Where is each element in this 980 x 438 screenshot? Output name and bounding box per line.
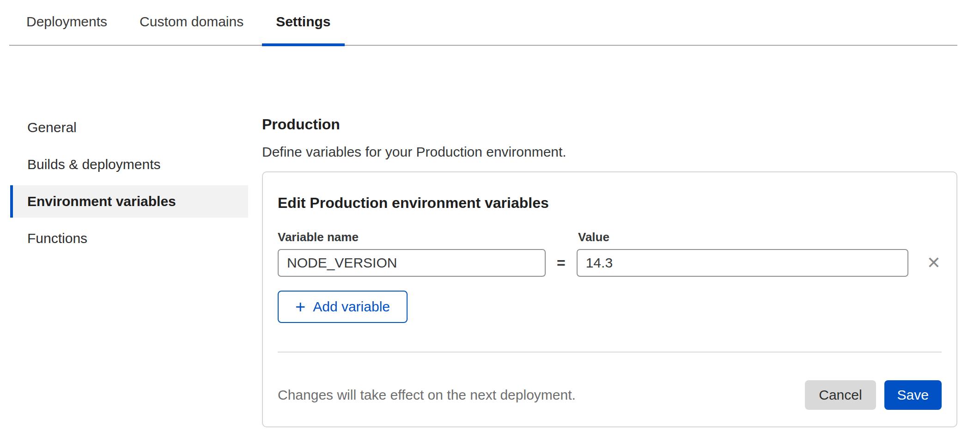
variable-name-input[interactable]	[278, 249, 546, 277]
card-title: Edit Production environment variables	[278, 193, 942, 213]
sidebar-item-builds-deployments[interactable]: Builds & deployments	[10, 148, 248, 181]
environment-variables-card: Edit Production environment variables Va…	[262, 171, 957, 427]
plus-icon: +	[295, 298, 305, 316]
main-content: Production Define variables for your Pro…	[248, 111, 980, 427]
variable-value-input[interactable]	[577, 249, 908, 277]
section-title: Production	[262, 114, 957, 134]
add-variable-button[interactable]: + Add variable	[278, 291, 408, 323]
close-icon: ✕	[927, 253, 941, 272]
equals-sign: =	[557, 255, 566, 272]
field-labels-row: Variable name Value	[278, 230, 942, 244]
tab-deployments[interactable]: Deployments	[12, 0, 121, 45]
footer-actions: Cancel Save	[805, 380, 942, 410]
cancel-button[interactable]: Cancel	[805, 380, 876, 410]
remove-variable-button[interactable]: ✕	[927, 255, 941, 271]
footer-note: Changes will take effect on the next dep…	[278, 387, 576, 403]
variable-name-label: Variable name	[278, 230, 578, 244]
sidebar-item-general[interactable]: General	[10, 111, 248, 144]
variable-row: = ✕	[278, 249, 942, 277]
top-tab-bar: Deployments Custom domains Settings	[9, 0, 957, 46]
card-divider	[278, 352, 942, 353]
tab-custom-domains[interactable]: Custom domains	[126, 0, 257, 45]
settings-layout: General Builds & deployments Environment…	[0, 111, 980, 427]
tab-settings[interactable]: Settings	[262, 0, 344, 45]
value-label: Value	[578, 230, 609, 244]
save-button[interactable]: Save	[884, 380, 942, 410]
sidebar-item-environment-variables[interactable]: Environment variables	[10, 185, 248, 218]
card-footer: Changes will take effect on the next dep…	[278, 380, 942, 410]
sidebar-item-functions[interactable]: Functions	[10, 222, 248, 255]
settings-sidebar: General Builds & deployments Environment…	[10, 111, 248, 427]
add-variable-label: Add variable	[313, 299, 390, 315]
section-description: Define variables for your Production env…	[262, 142, 957, 162]
